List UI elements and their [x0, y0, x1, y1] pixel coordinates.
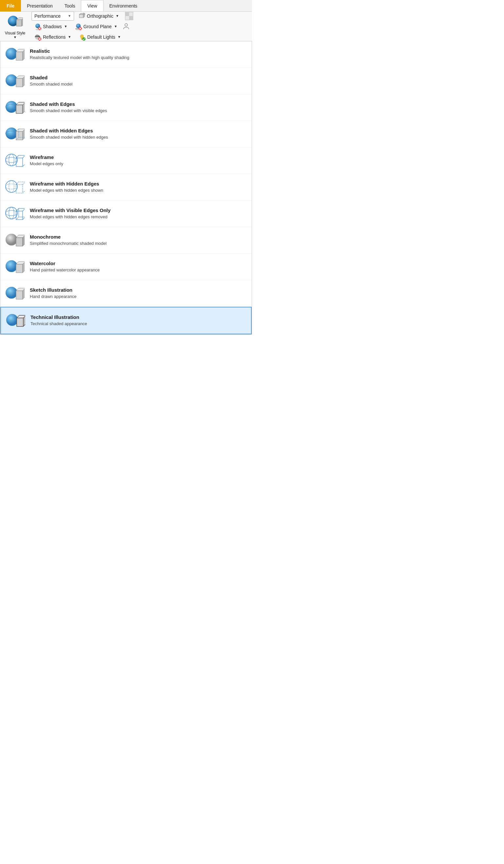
list-item-shaded-edges[interactable]: Shaded with EdgesSmooth shaded model wit… [0, 94, 252, 121]
style-text-wireframe-hidden: Wireframe with Hidden EdgesModel edges w… [30, 181, 103, 193]
right-col-icon [125, 12, 133, 20]
svg-point-64 [9, 154, 14, 166]
svg-rect-114 [17, 318, 23, 326]
reflections-icon [34, 34, 41, 41]
shadows-label: Shadows [43, 24, 62, 29]
orthographic-label: Orthographic [87, 13, 113, 19]
style-icon-shaded [4, 71, 26, 91]
style-desc-technical: Technical shaded appearance [31, 321, 87, 327]
style-text-sketch: Sketch IllustrationHand drawn appearance [30, 287, 76, 300]
menu-view[interactable]: View [81, 0, 103, 11]
svg-point-88 [9, 207, 14, 219]
style-text-realistic: RealisticRealistically textured model wi… [30, 48, 130, 61]
svg-point-32 [5, 48, 17, 60]
performance-arrow: ▼ [68, 14, 71, 18]
svg-rect-56 [16, 131, 23, 140]
menu-presentation[interactable]: Presentation [21, 0, 59, 11]
list-item-shaded[interactable]: ShadedSmooth shaded model [0, 68, 252, 94]
performance-dropdown[interactable]: Performance ▼ [32, 11, 74, 21]
svg-point-87 [5, 211, 17, 216]
list-item-technical[interactable]: Technical IllustrationTechnical shaded a… [0, 307, 252, 334]
svg-point-74 [5, 181, 17, 192]
list-item-shaded-hidden[interactable]: Shaded with Hidden EdgesSmooth shaded mo… [0, 121, 252, 147]
list-item-sketch[interactable]: Sketch IllustrationHand drawn appearance [0, 280, 252, 307]
style-text-technical: Technical IllustrationTechnical shaded a… [31, 314, 87, 327]
style-title-sketch: Sketch Illustration [30, 287, 76, 293]
style-desc-sketch: Hand drawn appearance [30, 294, 76, 300]
style-title-shaded-edges: Shaded with Edges [30, 101, 107, 107]
svg-point-113 [6, 314, 18, 326]
style-desc-shaded: Smooth shaded model [30, 81, 72, 87]
orthographic-arrow: ▼ [116, 14, 119, 18]
style-title-shaded-hidden: Shaded with Hidden Edges [30, 128, 108, 133]
svg-rect-12 [129, 16, 133, 20]
svg-rect-33 [16, 52, 23, 60]
default-lights-arrow: ▼ [118, 35, 121, 39]
svg-point-24 [125, 24, 128, 26]
list-item-wireframe[interactable]: WireframeModel edges only [0, 147, 252, 174]
style-icon-realistic [4, 45, 26, 64]
style-title-realistic: Realistic [30, 48, 130, 54]
reflections-button[interactable]: Reflections ▼ [32, 33, 74, 41]
style-text-shaded: ShadedSmooth shaded model [30, 75, 72, 87]
style-title-technical: Technical Illustration [31, 314, 87, 320]
reflections-arrow: ▼ [68, 35, 71, 39]
style-icon-shaded-edges [4, 98, 26, 117]
style-desc-wireframe-hidden: Model edges with hidden edges shown [30, 188, 103, 193]
svg-line-70 [23, 155, 25, 158]
style-desc-wireframe: Model edges only [30, 161, 63, 167]
orthographic-button[interactable]: Orthographic ▼ [76, 11, 122, 21]
svg-point-63 [5, 157, 17, 163]
svg-line-94 [23, 208, 25, 211]
list-item-wireframe-hidden[interactable]: Wireframe with Hidden EdgesModel edges w… [0, 174, 252, 201]
ribbon: Visual Style ▼ Performance ▼ [0, 12, 252, 41]
default-lights-label: Default Lights [87, 34, 115, 40]
style-text-monochrome: MonochromeSimplified monochromatic shade… [30, 234, 107, 247]
menu-file[interactable]: File [0, 0, 21, 11]
menu-tools[interactable]: Tools [59, 0, 81, 11]
style-title-monochrome: Monochrome [30, 234, 107, 240]
svg-line-84 [23, 190, 25, 193]
style-title-watercolor: Watercolor [30, 261, 100, 266]
visual-style-button[interactable]: Visual Style ▼ [2, 12, 28, 40]
style-title-wireframe-visible: Wireframe with Visible Edges Only [30, 207, 110, 213]
style-desc-wireframe-visible: Model edges with hidden edges removed [30, 214, 110, 220]
ribbon-row-3: Reflections ▼ [32, 33, 249, 41]
svg-rect-106 [16, 264, 23, 273]
list-item-monochrome[interactable]: MonochromeSimplified monochromatic shade… [0, 227, 252, 254]
style-icon-wireframe-hidden [4, 177, 26, 197]
default-lights-button[interactable]: Default Lights ▼ [76, 33, 123, 41]
performance-label: Performance [34, 13, 61, 19]
svg-point-76 [9, 181, 14, 192]
list-item-watercolor[interactable]: WatercolorHand painted watercolor appear… [0, 254, 252, 280]
person-icon [122, 22, 130, 31]
svg-line-96 [23, 217, 25, 220]
style-icon-monochrome [4, 230, 26, 250]
svg-point-105 [5, 260, 17, 272]
style-icon-sketch [4, 284, 26, 303]
menu-environments[interactable]: Environments [104, 0, 144, 11]
ribbon-row-1: Performance ▼ [32, 11, 249, 21]
ground-plane-button[interactable]: Ground Plane ▼ [72, 22, 120, 31]
list-item-realistic[interactable]: RealisticRealistically textured model wi… [0, 41, 252, 68]
svg-point-101 [5, 234, 17, 245]
ground-plane-label: Ground Plane [84, 24, 112, 29]
svg-line-99 [16, 217, 19, 220]
style-icon-technical [4, 311, 26, 331]
svg-point-86 [5, 207, 17, 219]
svg-point-36 [5, 74, 17, 86]
visual-styles-list: RealisticRealistically textured model wi… [0, 41, 252, 335]
list-item-wireframe-visible[interactable]: Wireframe with Visible Edges OnlyModel e… [0, 201, 252, 227]
style-icon-shaded-hidden [4, 124, 26, 144]
visual-style-icon [7, 14, 23, 29]
shadows-button[interactable]: Shadows ▼ [32, 22, 70, 31]
style-icon-wireframe-visible [4, 204, 26, 224]
style-text-wireframe-visible: Wireframe with Visible Edges OnlyModel e… [30, 207, 110, 220]
style-text-shaded-edges: Shaded with EdgesSmooth shaded model wit… [30, 101, 107, 114]
ground-plane-icon [75, 23, 82, 30]
ribbon-row-2: Shadows ▼ [32, 22, 249, 31]
style-desc-watercolor: Hand painted watercolor appearance [30, 267, 100, 273]
style-desc-shaded-edges: Smooth shaded model with visible edges [30, 108, 107, 114]
reflections-label: Reflections [43, 34, 65, 40]
style-text-wireframe: WireframeModel edges only [30, 154, 63, 167]
